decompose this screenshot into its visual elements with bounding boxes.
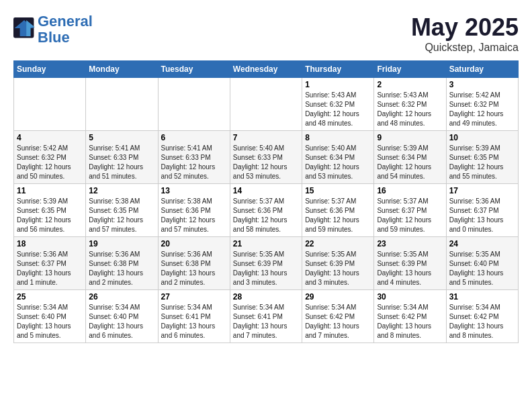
day-number: 12 bbox=[89, 186, 154, 195]
day-number: 25 bbox=[17, 292, 83, 302]
calendar-cell: 22Sunrise: 5:35 AMSunset: 6:39 PMDayligh… bbox=[302, 237, 374, 290]
calendar-cell: 31Sunrise: 5:34 AMSunset: 6:42 PMDayligh… bbox=[446, 290, 518, 343]
cell-daylight-text: Sunrise: 5:37 AMSunset: 6:37 PMDaylight:… bbox=[377, 197, 443, 234]
cell-daylight-text: Sunrise: 5:34 AMSunset: 6:40 PMDaylight:… bbox=[17, 303, 83, 340]
calendar-cell: 25Sunrise: 5:34 AMSunset: 6:40 PMDayligh… bbox=[14, 290, 86, 343]
day-number: 21 bbox=[233, 239, 299, 248]
day-number: 15 bbox=[305, 186, 371, 195]
calendar-cell: 3Sunrise: 5:42 AMSunset: 6:32 PMDaylight… bbox=[446, 78, 518, 131]
logo: General Blue bbox=[13, 13, 93, 46]
day-number: 31 bbox=[449, 292, 515, 302]
day-number: 13 bbox=[161, 186, 227, 195]
header: General Blue May 2025 Quickstep, Jamaica bbox=[13, 13, 519, 54]
calendar-cell: 9Sunrise: 5:39 AMSunset: 6:34 PMDaylight… bbox=[374, 131, 446, 184]
calendar-cell: 18Sunrise: 5:36 AMSunset: 6:37 PMDayligh… bbox=[14, 237, 86, 290]
logo-line2: Blue bbox=[38, 29, 70, 46]
calendar-cell bbox=[158, 78, 230, 131]
calendar-cell: 14Sunrise: 5:37 AMSunset: 6:36 PMDayligh… bbox=[230, 184, 302, 237]
calendar-cell: 2Sunrise: 5:43 AMSunset: 6:32 PMDaylight… bbox=[374, 78, 446, 131]
day-number: 30 bbox=[377, 292, 443, 302]
day-number: 2 bbox=[377, 80, 443, 89]
day-number: 10 bbox=[449, 133, 515, 142]
calendar-week-row: 1Sunrise: 5:43 AMSunset: 6:32 PMDaylight… bbox=[14, 78, 519, 131]
cell-daylight-text: Sunrise: 5:38 AMSunset: 6:35 PMDaylight:… bbox=[89, 197, 154, 234]
calendar-cell: 10Sunrise: 5:39 AMSunset: 6:35 PMDayligh… bbox=[446, 131, 518, 184]
calendar: SundayMondayTuesdayWednesdayThursdayFrid… bbox=[13, 60, 519, 343]
cell-daylight-text: Sunrise: 5:42 AMSunset: 6:32 PMDaylight:… bbox=[449, 91, 515, 128]
calendar-cell: 13Sunrise: 5:38 AMSunset: 6:36 PMDayligh… bbox=[158, 184, 230, 237]
calendar-cell: 24Sunrise: 5:35 AMSunset: 6:40 PMDayligh… bbox=[446, 237, 518, 290]
day-number: 14 bbox=[233, 186, 299, 195]
calendar-cell: 1Sunrise: 5:43 AMSunset: 6:32 PMDaylight… bbox=[302, 78, 374, 131]
weekday-header: Sunday bbox=[14, 61, 86, 78]
calendar-week-row: 25Sunrise: 5:34 AMSunset: 6:40 PMDayligh… bbox=[14, 290, 519, 343]
cell-daylight-text: Sunrise: 5:38 AMSunset: 6:36 PMDaylight:… bbox=[161, 197, 227, 234]
calendar-cell bbox=[86, 78, 158, 131]
day-number: 16 bbox=[377, 186, 443, 195]
day-number: 24 bbox=[449, 239, 515, 248]
calendar-cell bbox=[14, 78, 86, 131]
calendar-cell: 27Sunrise: 5:34 AMSunset: 6:41 PMDayligh… bbox=[158, 290, 230, 343]
cell-daylight-text: Sunrise: 5:34 AMSunset: 6:42 PMDaylight:… bbox=[377, 303, 443, 340]
calendar-cell: 23Sunrise: 5:35 AMSunset: 6:39 PMDayligh… bbox=[374, 237, 446, 290]
cell-daylight-text: Sunrise: 5:39 AMSunset: 6:35 PMDaylight:… bbox=[17, 197, 83, 234]
day-number: 3 bbox=[449, 80, 515, 89]
calendar-cell: 28Sunrise: 5:34 AMSunset: 6:41 PMDayligh… bbox=[230, 290, 302, 343]
calendar-cell: 21Sunrise: 5:35 AMSunset: 6:39 PMDayligh… bbox=[230, 237, 302, 290]
calendar-cell: 16Sunrise: 5:37 AMSunset: 6:37 PMDayligh… bbox=[374, 184, 446, 237]
weekday-header-row: SundayMondayTuesdayWednesdayThursdayFrid… bbox=[14, 61, 519, 78]
calendar-cell: 12Sunrise: 5:38 AMSunset: 6:35 PMDayligh… bbox=[86, 184, 158, 237]
cell-daylight-text: Sunrise: 5:34 AMSunset: 6:42 PMDaylight:… bbox=[305, 303, 371, 340]
cell-daylight-text: Sunrise: 5:39 AMSunset: 6:35 PMDaylight:… bbox=[449, 144, 515, 181]
day-number: 27 bbox=[161, 292, 227, 302]
day-number: 5 bbox=[89, 133, 154, 142]
weekday-header: Saturday bbox=[446, 61, 518, 78]
cell-daylight-text: Sunrise: 5:42 AMSunset: 6:32 PMDaylight:… bbox=[17, 144, 83, 181]
cell-daylight-text: Sunrise: 5:43 AMSunset: 6:32 PMDaylight:… bbox=[305, 91, 371, 128]
calendar-cell bbox=[230, 78, 302, 131]
calendar-cell: 11Sunrise: 5:39 AMSunset: 6:35 PMDayligh… bbox=[14, 184, 86, 237]
calendar-cell: 7Sunrise: 5:40 AMSunset: 6:33 PMDaylight… bbox=[230, 131, 302, 184]
calendar-cell: 19Sunrise: 5:36 AMSunset: 6:38 PMDayligh… bbox=[86, 237, 158, 290]
cell-daylight-text: Sunrise: 5:37 AMSunset: 6:36 PMDaylight:… bbox=[305, 197, 371, 234]
title-block: May 2025 Quickstep, Jamaica bbox=[411, 13, 519, 54]
weekday-header: Thursday bbox=[302, 61, 374, 78]
cell-daylight-text: Sunrise: 5:34 AMSunset: 6:41 PMDaylight:… bbox=[161, 303, 227, 340]
day-number: 22 bbox=[305, 239, 371, 248]
logo-line1: General bbox=[38, 13, 93, 30]
day-number: 1 bbox=[305, 80, 371, 89]
cell-daylight-text: Sunrise: 5:36 AMSunset: 6:38 PMDaylight:… bbox=[89, 250, 154, 287]
cell-daylight-text: Sunrise: 5:35 AMSunset: 6:39 PMDaylight:… bbox=[305, 250, 371, 287]
calendar-cell: 30Sunrise: 5:34 AMSunset: 6:42 PMDayligh… bbox=[374, 290, 446, 343]
calendar-cell: 20Sunrise: 5:36 AMSunset: 6:38 PMDayligh… bbox=[158, 237, 230, 290]
day-number: 7 bbox=[233, 133, 299, 142]
weekday-header: Monday bbox=[86, 61, 158, 78]
cell-daylight-text: Sunrise: 5:41 AMSunset: 6:33 PMDaylight:… bbox=[161, 144, 227, 181]
cell-daylight-text: Sunrise: 5:39 AMSunset: 6:34 PMDaylight:… bbox=[377, 144, 443, 181]
calendar-week-row: 18Sunrise: 5:36 AMSunset: 6:37 PMDayligh… bbox=[14, 237, 519, 290]
day-number: 18 bbox=[17, 239, 83, 248]
cell-daylight-text: Sunrise: 5:37 AMSunset: 6:36 PMDaylight:… bbox=[233, 197, 299, 234]
cell-daylight-text: Sunrise: 5:36 AMSunset: 6:38 PMDaylight:… bbox=[161, 250, 227, 287]
day-number: 6 bbox=[161, 133, 227, 142]
cell-daylight-text: Sunrise: 5:40 AMSunset: 6:33 PMDaylight:… bbox=[233, 144, 299, 181]
day-number: 20 bbox=[161, 239, 227, 248]
day-number: 4 bbox=[17, 133, 83, 142]
calendar-cell: 26Sunrise: 5:34 AMSunset: 6:40 PMDayligh… bbox=[86, 290, 158, 343]
day-number: 19 bbox=[89, 239, 154, 248]
cell-daylight-text: Sunrise: 5:43 AMSunset: 6:32 PMDaylight:… bbox=[377, 91, 443, 128]
cell-daylight-text: Sunrise: 5:34 AMSunset: 6:41 PMDaylight:… bbox=[233, 303, 299, 340]
cell-daylight-text: Sunrise: 5:35 AMSunset: 6:39 PMDaylight:… bbox=[377, 250, 443, 287]
weekday-header: Tuesday bbox=[158, 61, 230, 78]
day-number: 28 bbox=[233, 292, 299, 302]
day-number: 11 bbox=[17, 186, 83, 195]
cell-daylight-text: Sunrise: 5:36 AMSunset: 6:37 PMDaylight:… bbox=[449, 197, 515, 234]
calendar-cell: 5Sunrise: 5:41 AMSunset: 6:33 PMDaylight… bbox=[86, 131, 158, 184]
calendar-cell: 6Sunrise: 5:41 AMSunset: 6:33 PMDaylight… bbox=[158, 131, 230, 184]
cell-daylight-text: Sunrise: 5:41 AMSunset: 6:33 PMDaylight:… bbox=[89, 144, 154, 181]
logo-icon bbox=[13, 17, 35, 39]
calendar-week-row: 4Sunrise: 5:42 AMSunset: 6:32 PMDaylight… bbox=[14, 131, 519, 184]
month-title: May 2025 bbox=[411, 13, 519, 42]
cell-daylight-text: Sunrise: 5:36 AMSunset: 6:37 PMDaylight:… bbox=[17, 250, 83, 287]
day-number: 9 bbox=[377, 133, 443, 142]
